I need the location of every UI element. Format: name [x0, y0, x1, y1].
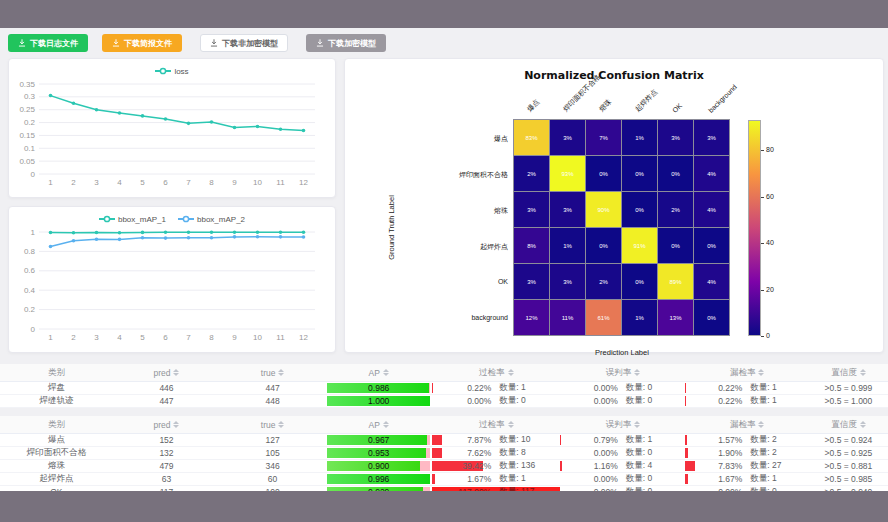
rate-count: 数量: 1	[491, 382, 555, 394]
legend-item-bbox_mAP_2[interactable]: bbox_mAP_2	[178, 215, 245, 224]
sort-descending-icon[interactable]	[860, 373, 866, 376]
svg-text:2: 2	[71, 178, 76, 187]
download-button-3[interactable]: 下载非加密模型	[200, 34, 288, 52]
cell-ap: 1.000	[325, 395, 432, 408]
sort-descending-icon[interactable]	[508, 373, 514, 376]
svg-text:11: 11	[276, 333, 285, 342]
column-header-5[interactable]: 过检率	[432, 364, 560, 382]
cell-class-name: 焊盘	[0, 382, 113, 395]
svg-text:1: 1	[48, 333, 53, 342]
sort-carets-icon[interactable]	[860, 421, 866, 428]
rate-cell: 0.00%数量: 0	[560, 447, 685, 459]
column-header-inner: pred	[113, 368, 220, 378]
sort-descending-icon[interactable]	[383, 425, 389, 428]
column-header-label: 误判率	[606, 419, 632, 431]
sort-ascending-icon[interactable]	[860, 421, 866, 424]
column-header-label: 置信度	[831, 419, 857, 431]
sort-ascending-icon[interactable]	[383, 369, 389, 372]
sort-carets-icon[interactable]	[278, 369, 284, 376]
sort-ascending-icon[interactable]	[383, 421, 389, 424]
sort-descending-icon[interactable]	[278, 425, 284, 428]
sort-descending-icon[interactable]	[758, 373, 764, 376]
svg-text:0: 0	[31, 325, 36, 334]
column-header-inner: 误判率	[560, 367, 685, 379]
rate-count: 数量: 1	[742, 382, 804, 394]
column-header-label: true	[261, 368, 276, 378]
sort-carets-icon[interactable]	[634, 421, 640, 428]
sort-descending-icon[interactable]	[383, 373, 389, 376]
legend-marker-icon	[178, 215, 194, 223]
sort-carets-icon[interactable]	[278, 421, 284, 428]
sort-ascending-icon[interactable]	[173, 369, 179, 372]
cell-misjudge-rate: 0.00%数量: 0	[560, 473, 685, 486]
metrics-table-2: 类别predtrueAP过检率误判率漏检率置信度爆点1521270.9677.8…	[0, 416, 888, 499]
matrix-cell: 0%	[694, 300, 730, 336]
matrix-cell: 3%	[694, 120, 730, 156]
column-header-7[interactable]: 漏检率	[685, 416, 808, 434]
sort-ascending-icon[interactable]	[278, 421, 284, 424]
sort-carets-icon[interactable]	[860, 369, 866, 376]
sort-carets-icon[interactable]	[383, 421, 389, 428]
download-button-2[interactable]: 下载简报文件	[102, 34, 182, 52]
matrix-col-label: 爆点	[525, 97, 542, 114]
sort-carets-icon[interactable]	[383, 369, 389, 376]
matrix-cell: 0%	[622, 156, 658, 192]
ap-bar: 0.967	[327, 435, 430, 445]
sort-carets-icon[interactable]	[173, 369, 179, 376]
column-header-6[interactable]: 误判率	[560, 416, 685, 434]
sort-descending-icon[interactable]	[634, 425, 640, 428]
column-header-8[interactable]: 置信度	[809, 364, 888, 382]
sort-descending-icon[interactable]	[278, 373, 284, 376]
column-header-4[interactable]: AP	[325, 416, 432, 434]
matrix-cell: 0%	[658, 228, 694, 264]
sort-ascending-icon[interactable]	[508, 421, 514, 424]
column-header-8[interactable]: 置信度	[809, 416, 888, 434]
column-header-3[interactable]: true	[220, 416, 325, 434]
column-header-4[interactable]: AP	[325, 364, 432, 382]
sort-carets-icon[interactable]	[173, 421, 179, 428]
download-button-1[interactable]: 下载日志文件	[8, 34, 88, 52]
column-header-2[interactable]: pred	[113, 364, 220, 382]
line-chart-canvas: 00.20.40.60.81123456789101112	[9, 226, 325, 345]
cell-missdetect-rate: 0.22%数量: 1	[685, 395, 808, 408]
svg-text:12: 12	[299, 333, 308, 342]
matrix-col-label: background	[707, 83, 738, 114]
legend-item-loss[interactable]: loss	[155, 67, 188, 76]
sort-descending-icon[interactable]	[860, 425, 866, 428]
ap-bar: 0.996	[327, 474, 430, 484]
matrix-cell: 90%	[586, 192, 622, 228]
sort-ascending-icon[interactable]	[173, 421, 179, 424]
sort-carets-icon[interactable]	[508, 369, 514, 376]
column-header-5[interactable]: 过检率	[432, 416, 560, 434]
sort-ascending-icon[interactable]	[634, 369, 640, 372]
legend-item-bbox_mAP_1[interactable]: bbox_mAP_1	[99, 215, 166, 224]
cell-true: 346	[220, 460, 325, 473]
sort-ascending-icon[interactable]	[634, 421, 640, 424]
svg-text:12: 12	[299, 178, 308, 187]
sort-descending-icon[interactable]	[173, 425, 179, 428]
sort-descending-icon[interactable]	[758, 425, 764, 428]
sort-ascending-icon[interactable]	[758, 369, 764, 372]
matrix-cell: 2%	[514, 156, 550, 192]
column-header-3[interactable]: true	[220, 364, 325, 382]
sort-descending-icon[interactable]	[634, 373, 640, 376]
sort-descending-icon[interactable]	[173, 373, 179, 376]
sort-carets-icon[interactable]	[758, 421, 764, 428]
sort-ascending-icon[interactable]	[508, 369, 514, 372]
sort-ascending-icon[interactable]	[860, 369, 866, 372]
sort-ascending-icon[interactable]	[278, 369, 284, 372]
sort-carets-icon[interactable]	[508, 421, 514, 428]
matrix-grid: 83%3%7%1%3%3%2%93%0%0%0%4%3%3%90%0%2%4%8…	[513, 119, 730, 336]
column-header-6[interactable]: 误判率	[560, 364, 685, 382]
download-button-4[interactable]: 下载加密模型	[306, 34, 386, 52]
sort-ascending-icon[interactable]	[758, 421, 764, 424]
rate-count: 数量: 27	[742, 460, 804, 472]
sort-carets-icon[interactable]	[758, 369, 764, 376]
rate-percent: 1.57%	[685, 435, 742, 445]
sort-descending-icon[interactable]	[508, 425, 514, 428]
sort-carets-icon[interactable]	[634, 369, 640, 376]
download-button-label: 下载加密模型	[328, 38, 376, 49]
rate-cell: 1.16%数量: 4	[560, 460, 685, 472]
column-header-2[interactable]: pred	[113, 416, 220, 434]
column-header-7[interactable]: 漏检率	[685, 364, 808, 382]
